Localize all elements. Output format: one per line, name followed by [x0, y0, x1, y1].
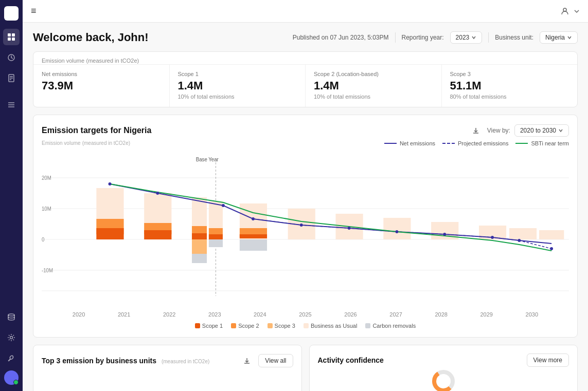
- x-label-2022: 2022: [163, 311, 175, 318]
- svg-point-13: [10, 337, 13, 339]
- activity-content-placeholder: [318, 371, 569, 391]
- sidebar-item-history[interactable]: [3, 49, 20, 66]
- sbti-line: [110, 184, 551, 251]
- stat-scope3: Scope 3 51.1M 80% of total emissions: [442, 65, 578, 107]
- dot-2030: [550, 247, 553, 250]
- reporting-year-select[interactable]: 2023: [450, 31, 483, 44]
- legend-scope1: Scope 1: [195, 323, 223, 329]
- chart-header: Emission targets for Nigeria View by: 20…: [42, 123, 569, 138]
- bar-2029: [509, 228, 537, 239]
- legend-projected-label: Projected emissions: [458, 140, 508, 146]
- stat-value-net: 73.9M: [42, 79, 161, 92]
- legend-sbti-label: SBTi near term: [531, 140, 569, 146]
- stat-label-scope2: Scope 2 (Location-based): [314, 71, 433, 77]
- bar-2020-scope1: [96, 228, 123, 239]
- x-axis-labels: 2020 2021 2022 2023 2024 2025 2026 2027 …: [42, 311, 569, 318]
- x-label-2020: 2020: [73, 311, 85, 318]
- stats-row: Net emissions 73.9M Scope 1 1.4M 10% of …: [33, 64, 577, 107]
- business-unit-select[interactable]: Nigeria: [540, 31, 578, 44]
- legend-net-line: [384, 143, 397, 144]
- emission-content-placeholder: [42, 372, 293, 391]
- x-label-2025: 2025: [299, 311, 311, 318]
- view-more-button[interactable]: View more: [527, 353, 569, 367]
- dot-2022: [222, 204, 225, 207]
- legend-scope2: Scope 2: [231, 323, 259, 329]
- bottom-row: Top 3 emission by business units (measur…: [33, 345, 578, 391]
- sidebar-item-list[interactable]: [3, 97, 20, 113]
- stat-sub-scope2: 10% of total emissions: [314, 94, 433, 100]
- x-label-2021: 2021: [118, 311, 130, 318]
- bar-2022b-removals: [209, 239, 223, 247]
- x-label-2028: 2028: [435, 311, 447, 318]
- chart-svg: 20M 10M 0 -10M Base Year: [42, 152, 569, 311]
- dot-2023: [252, 217, 255, 220]
- emission-stats-section: Emission volume (measured in tCO2e) Net …: [33, 51, 578, 107]
- dot-2020: [109, 182, 112, 185]
- svg-text:0: 0: [42, 237, 45, 243]
- bar-2023-scope1: [240, 234, 267, 238]
- bar-2022-neg: [192, 239, 207, 254]
- bar-legend: Scope 1 Scope 2 Scope 3 Business as Usua…: [42, 323, 569, 329]
- chevron-down-icon[interactable]: [574, 8, 580, 14]
- user-icon[interactable]: [560, 7, 569, 16]
- sidebar-item-reports[interactable]: [3, 70, 20, 86]
- legend-net-label: Net emissions: [400, 140, 435, 146]
- sidebar-item-database[interactable]: [3, 309, 20, 325]
- business-unit-label: Business unit:: [495, 34, 533, 41]
- legend-projected-line: [442, 143, 455, 144]
- dot-2024: [300, 224, 303, 227]
- scope2-color: [231, 323, 236, 328]
- stat-net-emissions: Net emissions 73.9M: [33, 65, 170, 107]
- stat-scope2: Scope 2 (Location-based) 1.4M 10% of tot…: [306, 65, 442, 107]
- svg-point-12: [8, 314, 14, 316]
- legend-scope1-label: Scope 1: [202, 323, 223, 329]
- emission-download-icon[interactable]: [240, 353, 254, 368]
- sidebar-item-settings[interactable]: [3, 329, 20, 346]
- svg-rect-2: [8, 38, 11, 41]
- chart-sub-label: Emission volume (measured in tCO2e): [42, 140, 130, 146]
- stat-value-scope3: 51.1M: [450, 79, 569, 92]
- activity-confidence-card: Activity confidence View more: [309, 345, 578, 391]
- svg-rect-1: [12, 33, 15, 36]
- svg-text:Base Year: Base Year: [196, 157, 219, 162]
- divider2: [488, 32, 489, 43]
- sidebar-item-dashboard[interactable]: [3, 29, 20, 45]
- dot-2025: [348, 227, 351, 230]
- svg-text:20M: 20M: [42, 175, 51, 181]
- chart-section: Emission targets for Nigeria View by: 20…: [33, 115, 578, 338]
- dot-2027: [443, 233, 446, 236]
- page-header: Welcome back, John! Published on 07 Jun …: [33, 31, 578, 44]
- bar-2021-scope1: [144, 230, 171, 239]
- svg-point-14: [563, 8, 566, 11]
- stat-value-scope2: 1.4M: [314, 79, 433, 92]
- svg-text:-10M: -10M: [42, 268, 53, 273]
- scope1-color: [195, 323, 200, 328]
- svg-rect-0: [8, 33, 11, 36]
- stat-value-scope1: 1.4M: [178, 79, 297, 92]
- x-label-2024: 2024: [254, 311, 266, 318]
- chart-area: 20M 10M 0 -10M Base Year: [42, 152, 569, 329]
- sidebar: [0, 0, 23, 391]
- stat-label-net: Net emissions: [42, 71, 161, 77]
- bar-2022-scope1: [192, 233, 207, 239]
- bar-2023-removals: [240, 239, 267, 251]
- view-by-select[interactable]: 2020 to 2030: [514, 124, 569, 137]
- bar-2022b-scope1: [209, 234, 223, 239]
- download-icon[interactable]: [469, 123, 483, 138]
- legend-bau-label: Business as Usual: [311, 323, 358, 329]
- chart-controls: View by: 2020 to 2030: [469, 123, 569, 138]
- chart-title: Emission targets for Nigeria: [42, 126, 151, 135]
- bar-2030: [539, 230, 564, 239]
- page-title: Welcome back, John!: [33, 31, 149, 44]
- removals-color: [365, 323, 370, 328]
- sidebar-item-tools[interactable]: [3, 350, 20, 366]
- top-emission-card: Top 3 emission by business units (measur…: [33, 345, 302, 391]
- x-label-2030: 2030: [526, 311, 538, 318]
- view-all-button[interactable]: View all: [258, 354, 293, 367]
- menu-icon[interactable]: ≡: [31, 6, 37, 16]
- top-emission-title: Top 3 emission by business units (measur…: [42, 357, 209, 365]
- x-label-2027: 2027: [389, 311, 402, 318]
- avatar[interactable]: [4, 370, 19, 385]
- legend-removals: Carbon removals: [365, 323, 416, 329]
- stat-sub-scope3: 80% of total emissions: [450, 94, 569, 100]
